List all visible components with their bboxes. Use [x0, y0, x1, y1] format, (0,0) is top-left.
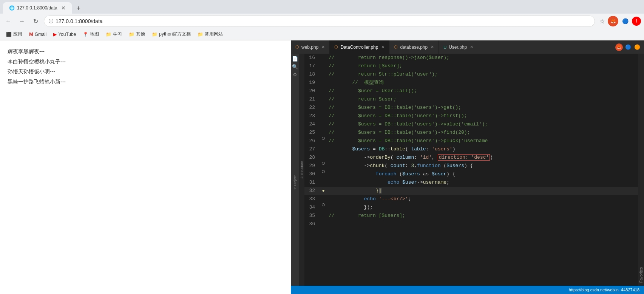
line-num-19: 19 [304, 79, 320, 87]
activity-bar-icon3[interactable]: ⚙ [293, 72, 297, 77]
study-icon: 📁 [106, 32, 111, 37]
line-content-33: echo '---<br/>'; [327, 195, 638, 203]
tab-bar: 🌐 127.0.0.1:8000/data ✕ + [0, 0, 644, 14]
code-line-22: 22 // $users = DB::table('users')->get()… [304, 104, 638, 112]
ide-activity-bar: 📄 🔍 ⚙ 1: Project [291, 54, 299, 286]
line-num-26: 26 [304, 137, 320, 145]
ide-icon-3[interactable]: 🟠 [633, 43, 641, 51]
other-icon: 📁 [129, 32, 134, 37]
bookmark-youtube[interactable]: ▶ YouTube [50, 31, 79, 38]
user-php-icon: U [443, 45, 446, 50]
code-line-20: 20 // $user = User::all(); [304, 87, 638, 95]
line-num-18: 18 [304, 70, 320, 79]
ide-tab-user-php[interactable]: U User.php ✕ [439, 40, 478, 54]
line-num-31: 31 [304, 178, 320, 187]
bookmark-apps[interactable]: ⬛ 应用 [3, 30, 25, 38]
project-label: 1: Project [293, 175, 297, 190]
gutter-dot-30 [322, 170, 325, 173]
bookmark-other[interactable]: 📁 其他 [126, 30, 148, 38]
browser-tab-active[interactable]: 🌐 127.0.0.1:8000/data ✕ [3, 2, 72, 14]
bookmark-python-label: python官方文档 [159, 31, 191, 37]
ext-icon-3[interactable]: ! [632, 17, 641, 26]
datacontroller-php-icon: ⬡ [334, 45, 338, 50]
bookmark-maps-label: 地图 [90, 31, 99, 37]
favorites-label: Favorites [639, 267, 643, 283]
activity-bar-icon2[interactable]: 🔍 [292, 64, 298, 70]
bookmark-gmail-label: Gmail [35, 32, 46, 37]
favorites-bar: Favorites [638, 54, 644, 286]
ide-tab-bar: ⬡ web.php ✕ ⬡ DataController.php ✕ ⬡ dat… [291, 40, 644, 54]
ide-icon-2[interactable]: 🔵 [624, 43, 632, 51]
common-icon: 📁 [198, 32, 203, 37]
user-php-close[interactable]: ✕ [470, 45, 473, 50]
bookmark-gmail[interactable]: M Gmail [26, 31, 49, 38]
line-content-24: // $users = DB::table('users')->value('e… [327, 120, 638, 128]
line-num-20: 20 [304, 87, 320, 95]
python-icon: 📁 [152, 32, 158, 37]
database-php-close[interactable]: ✕ [431, 45, 434, 50]
main-content: 辉夜李黑辉夜--- 李白孙悟空樱桃小丸子--- 孙悟天孙悟饭小明--- 黑崎一护… [0, 40, 644, 294]
line-num-17: 17 [304, 62, 320, 70]
bookmark-common-label: 常用网站 [205, 31, 223, 37]
activity-bar-icon1[interactable]: 📄 [292, 56, 298, 62]
bookmark-common[interactable]: 📁 常用网站 [195, 30, 226, 38]
line-content-34: }); [327, 203, 638, 212]
gmail-icon: M [29, 31, 33, 37]
bookmark-star-icon[interactable]: ☆ [599, 18, 605, 25]
line-num-22: 22 [304, 104, 320, 112]
bookmark-study[interactable]: 📁 学习 [103, 30, 125, 38]
line-content-16: // return response()->json($user); [327, 54, 638, 62]
bookmark-other-label: 其他 [136, 31, 145, 37]
code-line-18: 18 // return Str::plural('user'); [304, 70, 638, 79]
ide-tab-database-php[interactable]: ⬡ database.php ✕ [389, 40, 439, 54]
line-num-33: 33 [304, 195, 320, 203]
code-line-31: 31 echo $user->username; [304, 178, 638, 187]
web-php-close[interactable]: ✕ [321, 45, 325, 50]
ext-icon-2[interactable]: 🔵 [620, 16, 630, 26]
datacontroller-php-close[interactable]: ✕ [381, 45, 385, 50]
firefox-icon[interactable]: 🦊 [608, 16, 618, 26]
line-content-26: // $users = DB::table('users')->pluck('u… [327, 137, 638, 145]
reload-button[interactable]: ↻ [30, 16, 41, 26]
youtube-icon: ▶ [53, 32, 57, 37]
bookmark-study-label: 学习 [113, 31, 122, 37]
gutter-dot-34 [322, 203, 325, 206]
apps-icon: ⬛ [6, 32, 12, 37]
maps-icon: 📍 [83, 32, 88, 37]
ide-tab-web-php[interactable]: ⬡ web.php ✕ [291, 40, 330, 54]
bookmarks-bar: ⬛ 应用 M Gmail ▶ YouTube 📍 地图 📁 学习 📁 其他 📁 … [0, 29, 644, 40]
back-button[interactable]: ← [3, 16, 14, 26]
ide-panel: ⬡ web.php ✕ ⬡ DataController.php ✕ ⬡ dat… [291, 40, 644, 294]
code-editor-area[interactable]: 16 // return response()->json($user); 17… [304, 54, 638, 286]
ide-icon-1[interactable]: 🦊 [615, 43, 623, 51]
line-num-27: 27 [304, 145, 320, 153]
project-label-container: 1: Project [293, 80, 297, 286]
address-bar[interactable]: ⓘ 127.0.0.1:8000/data [44, 15, 595, 27]
line-content-28: ->orderBy( column: 'id', direction: 'des… [327, 153, 638, 162]
code-line-26: 26 // $users = DB::table('users')->pluck… [304, 137, 638, 145]
web-php-label: web.php [301, 45, 318, 50]
line-num-23: 23 [304, 112, 320, 120]
page-line-1: 辉夜李黑辉夜--- [8, 46, 283, 57]
new-tab-button[interactable]: + [73, 3, 84, 14]
line-content-20: // $user = User::all(); [327, 87, 638, 95]
web-php-icon: ⬡ [295, 45, 299, 50]
ide-tab-datacontroller-php[interactable]: ⬡ DataController.php ✕ [330, 40, 389, 54]
line-content-32: }| [327, 187, 638, 195]
bookmark-maps[interactable]: 📍 地图 [80, 30, 102, 38]
line-num-25: 25 [304, 128, 320, 137]
code-line-28: 28 ->orderBy( column: 'id', direction: '… [304, 153, 638, 162]
bookmark-youtube-label: YouTube [58, 32, 76, 37]
tab-close-button[interactable]: ✕ [61, 5, 66, 11]
gutter-dot-29 [322, 162, 325, 165]
bookmark-python[interactable]: 📁 python官方文档 [149, 30, 194, 38]
ide-editor: 📄 🔍 ⚙ 1: Project 2: Structure 16 [291, 54, 644, 286]
code-line-16: 16 // return response()->json($user); [304, 54, 638, 62]
bookmark-apps-label: 应用 [13, 31, 22, 37]
line-content-19: // 模型查询 [327, 79, 638, 87]
line-num-21: 21 [304, 95, 320, 104]
extension-icons: 🦊 🔵 ! [608, 16, 641, 26]
forward-button[interactable]: → [17, 16, 27, 26]
line-content-31: echo $user->username; [327, 178, 638, 187]
code-line-21: 21 // return $user; [304, 95, 638, 104]
